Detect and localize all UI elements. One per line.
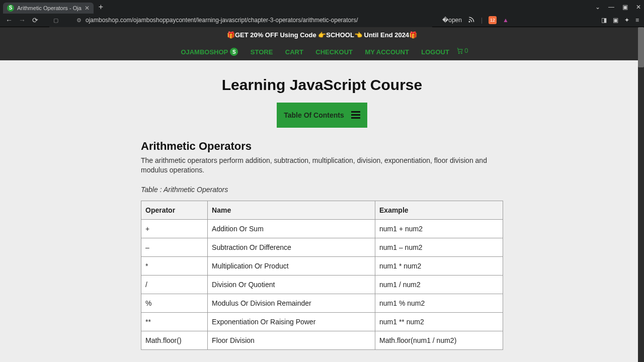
course-title: Learning JavaScript Course: [141, 76, 503, 94]
wallet-icon[interactable]: ▣: [613, 17, 618, 24]
browser-tab[interactable]: S Arithmetic Operators - Oja ✕: [3, 3, 94, 14]
address-bar[interactable]: ▢ ⚙ ojamboshop.com/ojamboshoppaycontent/…: [49, 14, 432, 27]
scrollbar-thumb[interactable]: [638, 27, 644, 67]
window-controls: ⌄ — ▣ ✕: [595, 4, 641, 11]
cart-count: 0: [464, 47, 468, 54]
table-row: Math.floor()Floor DivisionMath.floor(num…: [141, 331, 503, 349]
table-row: +Addition Or Sumnum1 + num2: [141, 219, 503, 238]
page-viewport: 🎁GET 20% OFF Using Code 👉SCHOOL👈 Until E…: [0, 27, 644, 362]
th-example: Example: [375, 201, 503, 219]
hamburger-icon: [351, 111, 360, 119]
maximize-button[interactable]: ▣: [622, 4, 628, 11]
nav-checkout[interactable]: CHECKOUT: [315, 48, 353, 56]
toc-button[interactable]: Table Of Contents: [277, 103, 367, 128]
section-description: The arithmetic operators perform additio…: [141, 156, 503, 175]
table-row: /Division Or Quotientnum1 / num2: [141, 275, 503, 294]
chevron-down-icon[interactable]: ⌄: [595, 4, 600, 11]
reload-button[interactable]: ⟳: [31, 16, 39, 24]
forward-button[interactable]: →: [18, 16, 26, 24]
nav-cart[interactable]: CART: [285, 48, 303, 56]
table-row: **Exponentiation Or Raising Powernum1 **…: [141, 312, 503, 331]
promo-banner: 🎁GET 20% OFF Using Code 👉SCHOOL👈 Until E…: [0, 27, 644, 43]
site-settings-icon[interactable]: ⚙: [76, 17, 82, 24]
back-button[interactable]: ←: [5, 16, 13, 24]
table-row: –Subtraction Or Differencenum1 – num2: [141, 238, 503, 256]
site-nav: OJAMBOSHOP S STORE CART CHECKOUT MY ACCO…: [0, 43, 644, 60]
site-favicon-icon: S: [7, 5, 14, 12]
sidebar-toggle-icon[interactable]: ◨: [601, 17, 607, 24]
nav-account[interactable]: MY ACCOUNT: [365, 48, 409, 56]
toolbar-right: �open | 12 ▲ ◨ ▣ ✦ ≡: [442, 16, 639, 25]
content: Learning JavaScript Course Table Of Cont…: [141, 60, 503, 363]
close-window-button[interactable]: ✕: [636, 4, 641, 11]
bookmark-outline-icon[interactable]: ▢: [53, 17, 58, 24]
svg-point-2: [461, 52, 462, 53]
tab-close-icon[interactable]: ✕: [85, 5, 90, 12]
sparkle-icon[interactable]: ✦: [624, 17, 629, 24]
cart-icon[interactable]: 0: [456, 47, 468, 54]
vertical-scrollbar[interactable]: [638, 27, 644, 362]
browser-toolbar: ← → ⟳ ▢ ⚙ ojamboshop.com/ojamboshoppayco…: [0, 14, 644, 27]
nav-store[interactable]: STORE: [251, 48, 273, 56]
menu-icon[interactable]: ≡: [635, 17, 639, 24]
brave-shield-icon[interactable]: 12: [489, 16, 497, 24]
nav-brand[interactable]: OJAMBOSHOP S: [181, 48, 238, 56]
minimize-button[interactable]: —: [608, 4, 614, 11]
url-text: ojamboshop.com/ojamboshoppaycontent/lear…: [86, 17, 428, 24]
th-operator: Operator: [141, 201, 208, 219]
window-titlebar: S Arithmetic Operators - Oja ✕ + ⌄ — ▣ ✕: [0, 0, 644, 14]
share-icon[interactable]: �open: [442, 17, 462, 24]
svg-point-0: [469, 21, 470, 22]
table-row: *Multiplication Or Productnum1 * num2: [141, 256, 503, 275]
th-name: Name: [208, 201, 375, 219]
table-header-row: Operator Name Example: [141, 201, 503, 219]
brand-logo-icon: S: [230, 48, 238, 56]
tab-title: Arithmetic Operators - Oja: [17, 5, 82, 11]
table-row: %Modulus Or Division Remaindernum1 % num…: [141, 294, 503, 312]
new-tab-button[interactable]: +: [99, 3, 103, 12]
section-title: Arithmetic Operators: [141, 140, 503, 153]
brave-rewards-icon[interactable]: ▲: [503, 17, 509, 24]
table-caption: Table : Arithmetic Operators: [141, 186, 503, 194]
nav-logout[interactable]: LOGOUT: [421, 48, 449, 56]
svg-point-1: [459, 52, 460, 53]
operators-table: Operator Name Example +Addition Or Sumnu…: [141, 201, 503, 350]
toc-label: Table Of Contents: [284, 111, 344, 119]
rss-icon[interactable]: [468, 16, 475, 25]
